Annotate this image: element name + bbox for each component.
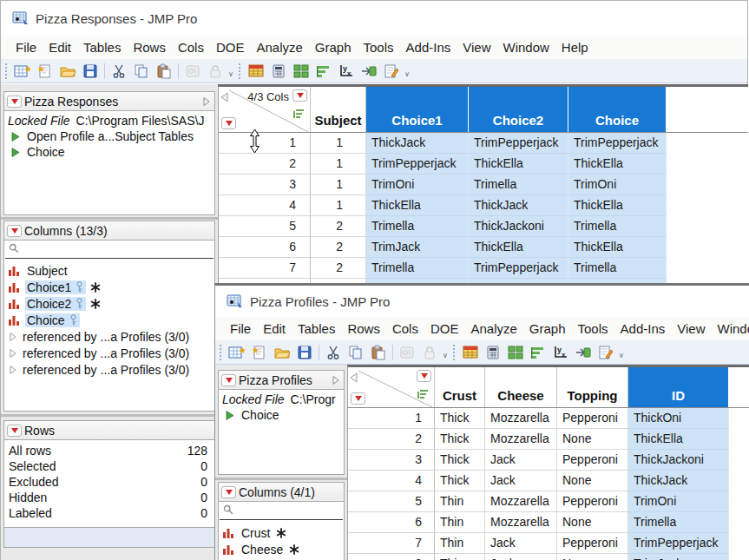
column-header-topping[interactable]: Topping bbox=[557, 367, 628, 407]
paste-icon[interactable] bbox=[368, 343, 389, 362]
table-script-choice[interactable]: Choice bbox=[219, 407, 344, 423]
column-item-choice[interactable]: Choice bbox=[4, 312, 214, 328]
row-order-icon[interactable] bbox=[417, 387, 429, 403]
cell-id[interactable]: TrimPepperjack bbox=[628, 533, 729, 554]
row-number[interactable]: 1 bbox=[219, 133, 311, 154]
row-number[interactable]: 2 bbox=[219, 154, 311, 175]
lock-icon[interactable] bbox=[419, 343, 440, 362]
row-order-icon[interactable] bbox=[292, 107, 305, 122]
cell-cheese[interactable]: Mozzarella bbox=[485, 491, 557, 512]
cell-choice[interactable]: Trimella bbox=[568, 258, 667, 279]
menu-tools[interactable]: Tools bbox=[358, 36, 400, 59]
cell-crust[interactable]: Thin bbox=[435, 533, 485, 554]
collapse-panel-icon[interactable] bbox=[220, 90, 228, 106]
column-item-choice2[interactable]: Choice2 bbox=[4, 295, 214, 312]
cell-choice1[interactable]: ThickJack bbox=[366, 133, 469, 154]
menu-doe[interactable]: DOE bbox=[210, 36, 251, 59]
panel-splitter[interactable] bbox=[215, 478, 347, 480]
row-number[interactable]: 4 bbox=[219, 195, 311, 216]
cell-subject[interactable]: 2 bbox=[311, 216, 366, 237]
cell-choice[interactable]: ThickElla bbox=[568, 154, 667, 175]
row-number[interactable]: 1 bbox=[348, 408, 435, 429]
toolbar-grip[interactable] bbox=[5, 63, 10, 79]
cell-cheese[interactable]: Jack bbox=[485, 554, 557, 560]
row-number[interactable]: 6 bbox=[219, 237, 311, 258]
cell-choice1[interactable]: Trimella bbox=[366, 258, 469, 279]
toolbar-grip[interactable] bbox=[220, 345, 224, 360]
open-icon[interactable] bbox=[57, 62, 78, 81]
menu-tables[interactable]: Tables bbox=[292, 317, 341, 340]
cell-topping[interactable]: Pepperoni bbox=[557, 491, 628, 512]
profiles-table-panel-header[interactable]: Pizza Profiles bbox=[219, 371, 344, 390]
menu-analyze[interactable]: Analyze bbox=[464, 317, 522, 340]
rows-menu-button[interactable] bbox=[351, 392, 365, 405]
menu-view[interactable]: View bbox=[671, 317, 711, 340]
menu-cols[interactable]: Cols bbox=[386, 317, 424, 340]
cell-subject[interactable]: 1 bbox=[311, 133, 366, 154]
columns-menu-button[interactable] bbox=[292, 89, 307, 102]
cell-cheese[interactable]: Jack bbox=[485, 533, 557, 554]
data-table-icon[interactable] bbox=[460, 343, 481, 362]
row-number[interactable]: 2 bbox=[348, 429, 435, 450]
cell-choice[interactable]: Trimella bbox=[568, 216, 667, 237]
cell-topping[interactable]: Pepperoni bbox=[557, 533, 628, 554]
cell-id[interactable]: TrimJack bbox=[628, 554, 729, 560]
graph-builder-icon[interactable] bbox=[528, 343, 549, 362]
menu-tools[interactable]: Tools bbox=[572, 317, 614, 340]
cell-choice1[interactable]: TrimJack bbox=[366, 237, 469, 258]
column-item-cheese[interactable]: Cheese bbox=[219, 541, 344, 557]
table-panel-menu-button[interactable] bbox=[221, 374, 236, 386]
cell-topping[interactable]: None bbox=[557, 512, 628, 533]
cell-topping[interactable]: Pepperoni bbox=[557, 408, 628, 429]
cell-choice[interactable]: ThickElla bbox=[568, 195, 667, 216]
column-header-choice2[interactable]: Choice2 bbox=[469, 87, 568, 132]
cell-cheese[interactable]: Jack bbox=[485, 471, 557, 491]
cell-id[interactable]: ThickJackoni bbox=[628, 450, 729, 471]
cell-topping[interactable]: None bbox=[557, 554, 628, 560]
fit-y-by-x-icon[interactable]: yx bbox=[336, 62, 357, 81]
new-data-table-icon[interactable]: ★ bbox=[227, 343, 247, 362]
profiles-columns-panel-header[interactable]: Columns (4/1) bbox=[219, 483, 344, 502]
menu-file[interactable]: File bbox=[224, 317, 257, 340]
responses-columns-panel-header[interactable]: Columns (13/3) bbox=[4, 221, 214, 240]
collapse-panel-icon[interactable] bbox=[350, 371, 358, 386]
responses-table-panel-header[interactable]: Pizza Responses bbox=[4, 92, 214, 111]
row-number[interactable]: 7 bbox=[348, 533, 435, 554]
menu-cols[interactable]: Cols bbox=[172, 36, 210, 59]
row-number[interactable]: 5 bbox=[219, 216, 311, 237]
column-item-choice1[interactable]: Choice1 bbox=[4, 279, 214, 295]
menu-tables[interactable]: Tables bbox=[77, 36, 127, 59]
cell-crust[interactable]: Thick bbox=[435, 429, 485, 450]
cell-cheese[interactable]: Mozzarella bbox=[485, 429, 557, 450]
copy-icon[interactable] bbox=[131, 62, 152, 81]
toolbar-overflow-icon[interactable]: ∨ bbox=[441, 345, 450, 360]
column-header-choice1[interactable]: Choice1 bbox=[366, 87, 469, 132]
panel-expand-icon[interactable] bbox=[203, 97, 210, 106]
copy-icon[interactable] bbox=[345, 343, 366, 362]
cell-choice[interactable]: ThickElla bbox=[568, 237, 667, 258]
menu-edit[interactable]: Edit bbox=[43, 36, 77, 59]
toolbar-grip[interactable] bbox=[453, 345, 457, 360]
cell-topping[interactable]: None bbox=[557, 429, 628, 450]
open-icon[interactable] bbox=[272, 343, 292, 362]
menu-addins[interactable]: Add-Ins bbox=[614, 317, 672, 340]
cell-topping[interactable]: None bbox=[557, 471, 628, 491]
cut-icon[interactable] bbox=[323, 343, 344, 362]
new-script-icon[interactable] bbox=[595, 343, 616, 362]
responses-titlebar[interactable]: Pizza Responses - JMP Pro bbox=[1, 1, 747, 36]
cell-crust[interactable]: Thin bbox=[435, 554, 485, 560]
cell-choice2[interactable]: TrimPepperjack bbox=[469, 258, 568, 279]
paste-icon[interactable] bbox=[154, 62, 174, 81]
cell-crust[interactable]: Thick bbox=[435, 450, 485, 471]
cell-cheese[interactable]: Jack bbox=[485, 450, 557, 471]
lock-icon[interactable] bbox=[205, 62, 226, 81]
cell-choice2[interactable]: ThickElla bbox=[469, 237, 568, 258]
save-icon[interactable] bbox=[80, 62, 101, 81]
columns-panel-menu-button[interactable] bbox=[7, 225, 22, 237]
calculator-icon[interactable] bbox=[268, 62, 289, 81]
cell-id[interactable]: ThickElla bbox=[628, 429, 729, 450]
menu-doe[interactable]: DOE bbox=[424, 317, 465, 340]
new-journal-icon[interactable]: ★ bbox=[249, 343, 270, 362]
row-number[interactable]: 5 bbox=[348, 491, 435, 512]
menu-window[interactable]: Window bbox=[712, 317, 749, 340]
